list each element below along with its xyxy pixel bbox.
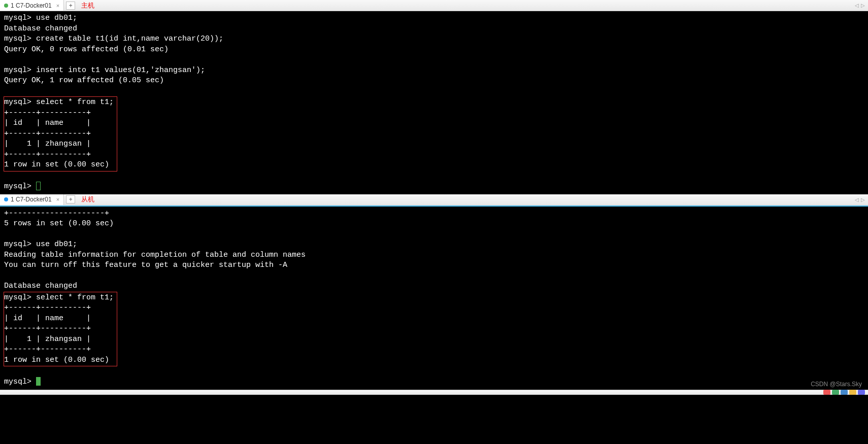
bottom-pane: 1 C7-Docker01 × + 从机 ◁ ▷ +--------------… (0, 194, 868, 390)
tray-icon[interactable] (849, 390, 856, 395)
bottom-annotation-label: 从机 (81, 195, 94, 204)
bottom-tab-title: 1 C7-Docker01 (11, 196, 52, 203)
tab-status-dot-icon (4, 197, 8, 201)
tray-icon[interactable] (858, 390, 865, 395)
tray-icon[interactable] (841, 390, 848, 395)
nav-right-icon[interactable]: ▷ (861, 3, 865, 8)
add-tab-button[interactable]: + (66, 2, 75, 10)
top-terminal[interactable]: mysql> use db01; Database changed mysql>… (0, 11, 868, 194)
watermark: CSDN @Stars.Sky (811, 381, 862, 388)
bottom-tab-bar: 1 C7-Docker01 × + 从机 ◁ ▷ (0, 194, 868, 206)
top-boxed-output: mysql> select * from t1; +------+-------… (4, 98, 114, 169)
nav-right-icon[interactable]: ▷ (861, 197, 865, 202)
bottom-terminal[interactable]: +---------------------+ 5 rows in set (0… (0, 207, 868, 390)
bottom-prompt: mysql> (4, 378, 36, 386)
tray-icon[interactable] (823, 390, 830, 395)
tab-status-dot-icon (4, 4, 8, 8)
bottom-boxed-output: mysql> select * from t1; +------+-------… (4, 293, 114, 364)
cursor-icon (36, 182, 41, 190)
tab-nav-arrows: ◁ ▷ (855, 3, 865, 8)
top-annotation-label: 主机 (81, 1, 94, 10)
nav-left-icon[interactable]: ◁ (855, 3, 859, 8)
add-tab-button[interactable]: + (66, 195, 75, 203)
top-tab[interactable]: 1 C7-Docker01 × (0, 0, 64, 11)
tray-icons (823, 390, 865, 395)
bottom-terminal-output-before: +---------------------+ 5 rows in set (0… (4, 209, 306, 291)
bottom-tab[interactable]: 1 C7-Docker01 × (0, 194, 64, 205)
cursor-icon (36, 377, 41, 386)
top-terminal-output-before: mysql> use db01; Database changed mysql>… (4, 14, 223, 85)
close-icon[interactable]: × (56, 3, 59, 9)
top-highlight-box: mysql> select * from t1; +------+-------… (4, 96, 117, 172)
close-icon[interactable]: × (56, 196, 59, 202)
tab-nav-arrows: ◁ ▷ (855, 197, 865, 202)
tray-icon[interactable] (832, 390, 839, 395)
top-pane: 1 C7-Docker01 × + 主机 ◁ ▷ mysql> use db01… (0, 0, 868, 194)
top-tab-title: 1 C7-Docker01 (11, 2, 52, 9)
bottom-taskbar (0, 390, 868, 395)
top-tab-bar: 1 C7-Docker01 × + 主机 ◁ ▷ (0, 0, 868, 11)
nav-left-icon[interactable]: ◁ (855, 197, 859, 202)
bottom-highlight-box: mysql> select * from t1; +------+-------… (4, 292, 117, 367)
top-prompt: mysql> (4, 182, 36, 191)
